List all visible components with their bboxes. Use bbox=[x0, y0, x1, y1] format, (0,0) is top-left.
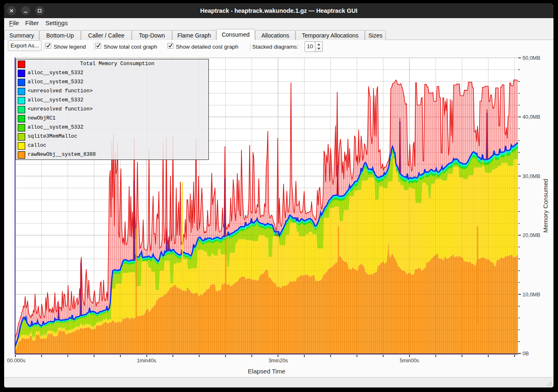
svg-text:40,0MB: 40,0MB bbox=[523, 114, 540, 120]
svg-text:20,0MB: 20,0MB bbox=[523, 232, 540, 238]
svg-text:50,0MB: 50,0MB bbox=[523, 55, 540, 61]
svg-text:3min20s: 3min20s bbox=[268, 358, 288, 364]
svg-text:0B: 0B bbox=[523, 351, 529, 357]
svg-text:Memory Consumed: Memory Consumed bbox=[542, 179, 549, 233]
svg-text:Elapsed Time: Elapsed Time bbox=[248, 368, 286, 375]
svg-text:10,0MB: 10,0MB bbox=[523, 292, 540, 298]
svg-text:30,0MB: 30,0MB bbox=[523, 174, 540, 179]
svg-text:5min00s: 5min00s bbox=[400, 358, 419, 364]
svg-text:00.000s: 00.000s bbox=[7, 358, 25, 364]
svg-text:1min40s: 1min40s bbox=[137, 358, 156, 364]
